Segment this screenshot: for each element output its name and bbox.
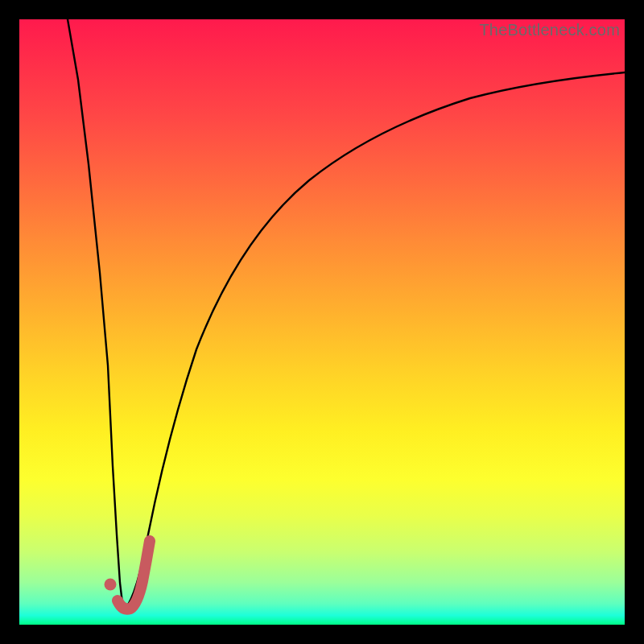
j-marker-path xyxy=(118,541,150,609)
chart-svg xyxy=(19,19,625,625)
curve-left xyxy=(68,19,125,609)
j-marker-dot xyxy=(105,579,117,591)
plot-area: TheBottleneck.com xyxy=(19,19,625,625)
chart-frame: TheBottleneck.com xyxy=(0,0,644,644)
curve-right xyxy=(125,72,625,609)
